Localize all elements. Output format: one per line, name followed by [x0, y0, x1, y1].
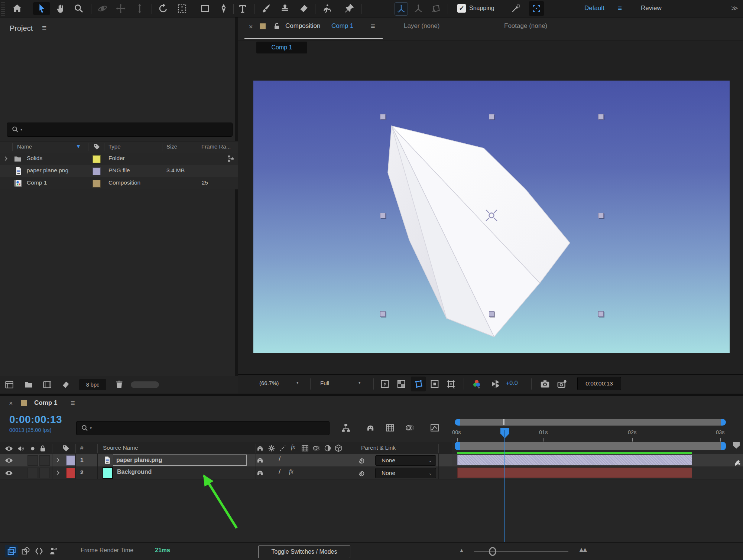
- fast-preview-icon[interactable]: [380, 379, 390, 389]
- layer-expand-chevron-icon[interactable]: [55, 470, 61, 476]
- zoom-in-mountains-icon[interactable]: ▲▲: [578, 546, 585, 554]
- layer-duration-bar[interactable]: [457, 468, 692, 478]
- tab-footage[interactable]: Footage (none): [504, 22, 547, 30]
- magnification-caret-icon[interactable]: ▾: [296, 380, 299, 385]
- motion-blur-column-icon[interactable]: [312, 444, 321, 453]
- solo-column-icon[interactable]: [28, 444, 37, 453]
- local-axis-mode[interactable]: [395, 2, 408, 16]
- timeline-zoom-slider[interactable]: [474, 551, 568, 552]
- graph-editor-icon[interactable]: [429, 423, 440, 433]
- selection-handle[interactable]: [598, 213, 604, 218]
- interpret-footage-icon[interactable]: [4, 380, 14, 390]
- rectangle-tool[interactable]: [199, 2, 211, 15]
- world-axis-mode[interactable]: [412, 2, 425, 15]
- in-out-columns-icon[interactable]: [34, 546, 44, 556]
- fx-column-icon[interactable]: fx: [291, 444, 295, 450]
- eraser-tool[interactable]: [298, 2, 310, 15]
- type-tool[interactable]: [236, 2, 249, 15]
- cube-column-icon[interactable]: [334, 444, 343, 453]
- magnification-select[interactable]: (66.7%): [259, 380, 279, 386]
- label-column-icon[interactable]: [93, 143, 101, 151]
- lock-column-icon[interactable]: [38, 444, 47, 453]
- new-composition-icon[interactable]: [42, 380, 52, 390]
- project-search-input[interactable]: ▾: [7, 123, 233, 137]
- comp-quick-tab[interactable]: Comp 1: [256, 42, 307, 53]
- playhead-line[interactable]: [504, 436, 505, 542]
- layer-expand-chevron-icon[interactable]: [55, 457, 61, 463]
- exposure-value[interactable]: +0.0: [506, 380, 518, 387]
- marker-bin[interactable]: [733, 442, 741, 451]
- tab-close-icon[interactable]: ×: [249, 23, 253, 31]
- zoom-tool[interactable]: [72, 2, 85, 15]
- shy-column-icon[interactable]: [256, 444, 265, 453]
- zoom-out-mountain-icon[interactable]: ▲: [459, 547, 464, 553]
- shy-switch-icon[interactable]: [256, 468, 265, 477]
- region-of-interest-icon[interactable]: [429, 379, 440, 389]
- workspace-review[interactable]: Review: [641, 4, 662, 12]
- snapping-label[interactable]: Snapping: [469, 5, 494, 12]
- adjustment-column-icon[interactable]: [323, 444, 332, 453]
- snapping-checkbox[interactable]: ✓: [457, 4, 466, 13]
- source-name-column[interactable]: Source Name: [103, 445, 138, 451]
- parent-select[interactable]: None ⌄: [375, 468, 436, 478]
- layer-duration-bar[interactable]: [457, 455, 692, 465]
- frame-blend-column-icon[interactable]: [301, 444, 309, 453]
- layer-name[interactable]: Background: [117, 469, 152, 475]
- render-queue-icon[interactable]: [48, 546, 58, 556]
- comp-marker-icon[interactable]: [733, 458, 742, 467]
- layer-visibility-icon[interactable]: [4, 456, 13, 465]
- sort-arrow-icon[interactable]: ▼: [76, 143, 81, 149]
- resolution-caret-icon[interactable]: ▾: [358, 380, 361, 385]
- pen-tool[interactable]: [217, 2, 230, 15]
- column-name[interactable]: Name: [17, 143, 32, 150]
- pickwhip-icon[interactable]: [357, 468, 366, 477]
- orbit-camera-tool[interactable]: [96, 2, 109, 15]
- number-column[interactable]: #: [80, 445, 83, 451]
- composition-viewport[interactable]: [253, 81, 730, 353]
- label-column-icon[interactable]: [61, 444, 70, 453]
- tab-comp-name[interactable]: Comp 1: [331, 22, 354, 30]
- flowchart-mini-icon[interactable]: [227, 154, 235, 163]
- rotation-tool[interactable]: [157, 2, 169, 15]
- new-folder-icon[interactable]: [24, 380, 33, 390]
- label-chip[interactable]: [93, 155, 101, 163]
- lock-cell[interactable]: [39, 468, 50, 478]
- mask-visibility-button[interactable]: [411, 377, 426, 391]
- project-scrollbar[interactable]: [131, 381, 159, 388]
- timeline-tab-close-icon[interactable]: ×: [9, 400, 13, 407]
- lock-icon[interactable]: [272, 22, 281, 30]
- viewer-tab-menu-icon[interactable]: ≡: [371, 22, 375, 30]
- exposure-icon[interactable]: [490, 379, 501, 389]
- channel-settings-icon[interactable]: [471, 378, 482, 390]
- clone-stamp-tool[interactable]: [279, 2, 291, 15]
- work-area-bar[interactable]: [455, 442, 726, 450]
- quality-switch-icon[interactable]: /: [279, 468, 280, 476]
- camera-tool[interactable]: [176, 2, 188, 15]
- snap-options-icon[interactable]: [511, 4, 520, 13]
- item-name[interactable]: Solids: [27, 155, 42, 162]
- selection-handle[interactable]: [380, 311, 386, 317]
- resolution-select[interactable]: Full: [320, 380, 329, 386]
- layer-row[interactable]: 2 Background / fx None ⌄: [0, 466, 452, 479]
- workspace-default[interactable]: Default: [584, 4, 604, 12]
- view-axis-mode[interactable]: [429, 2, 442, 15]
- expand-layer-switches-button[interactable]: [5, 545, 18, 557]
- expand-chevron-icon[interactable]: [3, 156, 9, 162]
- crop-region-icon[interactable]: [446, 379, 456, 389]
- motion-blur-icon[interactable]: [405, 423, 415, 433]
- viewer-timecode[interactable]: 0:00:00:13: [577, 377, 621, 390]
- transfer-controls-icon[interactable]: [21, 546, 30, 556]
- take-snapshot-icon[interactable]: [539, 378, 551, 390]
- snap-bounds-button[interactable]: [529, 1, 544, 16]
- lock-cell[interactable]: [39, 455, 50, 466]
- audio-cell[interactable]: [27, 455, 38, 466]
- project-panel-menu-icon[interactable]: ≡: [42, 23, 46, 32]
- selection-handle[interactable]: [489, 114, 494, 120]
- audio-column-icon[interactable]: [16, 444, 25, 453]
- project-row[interactable]: Comp 1 Composition 25: [0, 177, 238, 189]
- trash-icon[interactable]: [114, 380, 124, 389]
- pickwhip-icon[interactable]: [357, 456, 366, 465]
- show-snapshot-icon[interactable]: [557, 378, 568, 390]
- hand-tool[interactable]: [54, 2, 66, 15]
- project-row[interactable]: paper plane.png PNG file 3.4 MB: [0, 165, 238, 177]
